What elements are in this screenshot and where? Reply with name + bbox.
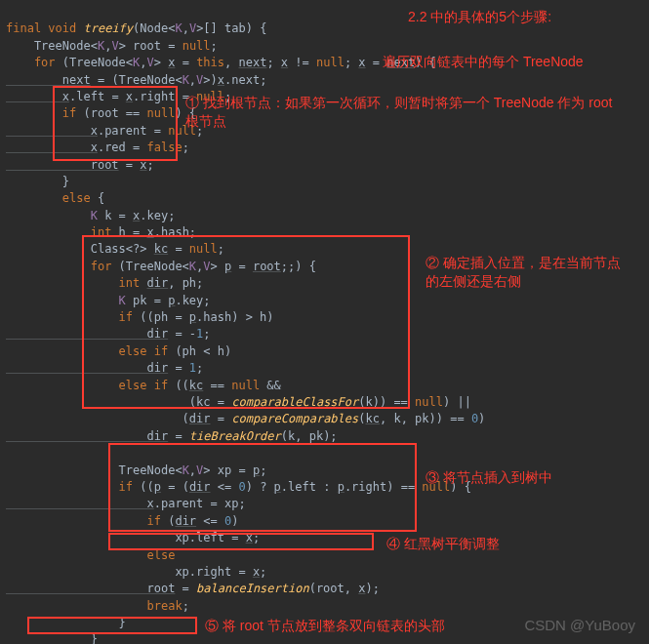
annotation-loop: 遍历双向链表中的每个 TreeNode	[383, 53, 584, 71]
annotation-step3: ③ 将节点插入到树中	[426, 468, 552, 487]
annotation-step1: ① 找到根节点：如果第一次循环，则暂时将第一个 TreeNode 作为 root…	[185, 94, 615, 131]
watermark: CSDN @YuBooy	[524, 615, 635, 636]
annotation-step5: ⑤ 将 root 节点放到整条双向链表的头部	[205, 617, 445, 635]
annotation-step4: ④ 红黑树平衡调整	[386, 535, 500, 553]
annotation-step2: ② 确定插入位置，是在当前节点的左侧还是右侧	[426, 254, 630, 291]
annotation-title: 2.2 中的具体的5个步骤:	[408, 8, 551, 26]
